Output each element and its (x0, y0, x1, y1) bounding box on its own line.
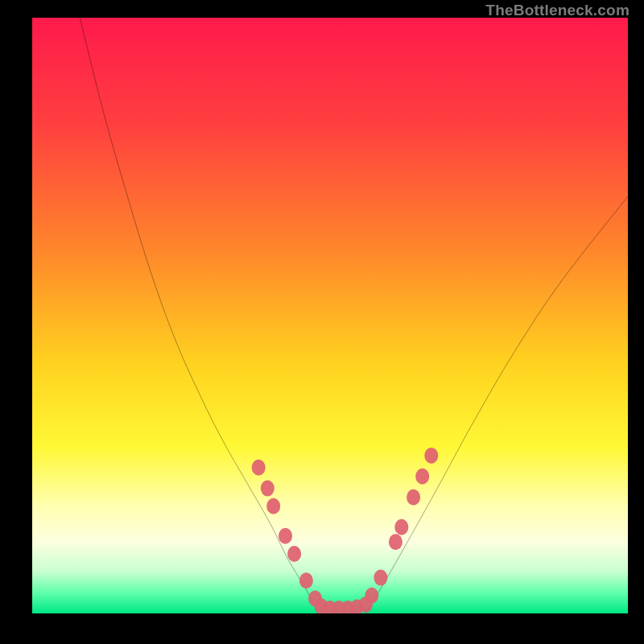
chart-stage: TheBottleneck.com (0, 0, 644, 644)
right-curve (365, 196, 628, 613)
marker-dot (415, 469, 429, 485)
curves-layer (32, 18, 628, 613)
marker-dot (266, 498, 280, 514)
highlight-dots (252, 448, 439, 613)
marker-dot (299, 572, 313, 588)
plot-area (32, 18, 628, 613)
marker-dot (365, 588, 378, 604)
marker-dot (394, 519, 408, 535)
marker-dot (374, 570, 387, 586)
marker-dot (287, 546, 301, 562)
marker-dot (389, 534, 402, 550)
marker-dot (252, 460, 266, 476)
marker-dot (424, 448, 438, 464)
left-curve (80, 18, 318, 613)
marker-dot (261, 481, 275, 497)
watermark-text: TheBottleneck.com (485, 2, 630, 19)
marker-dot (279, 528, 292, 544)
marker-dot (407, 489, 420, 506)
